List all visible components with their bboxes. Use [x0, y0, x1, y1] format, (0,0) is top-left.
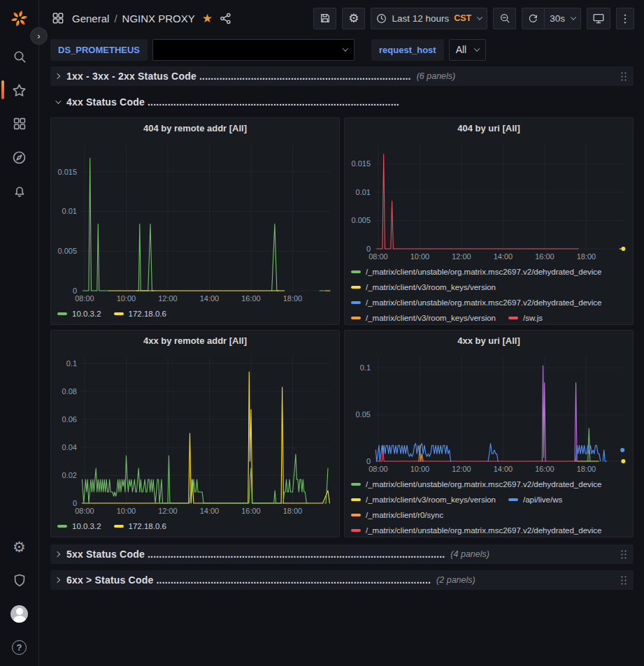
legend-label: /_matrix/client/unstable/org.matrix.msc2… — [366, 526, 602, 535]
legend-swatch — [351, 483, 361, 486]
panel-title[interactable]: 4xx by uri [All] — [345, 331, 633, 350]
svg-text:18:00: 18:00 — [283, 507, 303, 515]
sidebar-item-help[interactable]: ? — [0, 630, 39, 664]
legend-item[interactable]: /_matrix/client/v3/room_keys/version — [351, 495, 496, 504]
row-panel-count: (6 panels) — [417, 71, 456, 81]
legend-label: 10.0.3.2 — [72, 310, 101, 318]
favorite-star-icon[interactable]: ★ — [202, 11, 213, 26]
legend-swatch — [351, 514, 361, 516]
panel-title[interactable]: 4xx by remote addr [All] — [51, 331, 339, 350]
time-range-label: Last 12 hours — [392, 13, 449, 24]
refresh-button[interactable] — [522, 8, 545, 29]
legend-swatch — [114, 525, 124, 528]
sidebar-item-profile[interactable] — [0, 597, 39, 630]
gear-icon: ⚙ — [13, 540, 26, 554]
time-series-chart[interactable]: 00.020.040.060.080.108:0010:0012:0014:00… — [56, 350, 334, 518]
sidebar-item-search[interactable] — [0, 40, 39, 73]
variable-label-request-host[interactable]: request_host — [371, 39, 444, 61]
legend-swatch — [351, 498, 361, 501]
svg-text:0.1: 0.1 — [66, 359, 77, 368]
time-series-chart[interactable]: 00.0050.010.01508:0010:0012:0014:0016:00… — [56, 138, 334, 305]
legend-item[interactable]: /_matrix/client/v3/room_keys/version — [351, 314, 496, 322]
legend-swatch — [351, 270, 361, 273]
legend-label: /_matrix/client/unstable/org.matrix.msc2… — [366, 480, 602, 488]
avatar — [10, 605, 28, 623]
breadcrumb-section[interactable]: General — [72, 13, 109, 24]
legend-item[interactable]: /api/live/ws — [508, 495, 562, 504]
row-drag-handle-icon[interactable] — [620, 575, 627, 586]
chevron-right-icon — [55, 551, 60, 557]
sidebar-item-starred[interactable] — [0, 73, 39, 107]
breadcrumb-separator: / — [114, 13, 117, 24]
legend-item[interactable]: /_matrix/client/v3/room_keys/version — [351, 283, 496, 291]
sidebar-item-alerting[interactable] — [0, 174, 39, 208]
legend-swatch — [508, 317, 518, 319]
legend-item[interactable]: 10.0.3.2 — [57, 522, 101, 530]
legend-item[interactable]: /_matrix/client/unstable/org.matrix.msc2… — [351, 526, 602, 535]
variable-select-ds-prometheus[interactable] — [152, 39, 355, 61]
more-options-button[interactable]: ⋮ — [616, 8, 634, 29]
zoom-out-button[interactable] — [493, 8, 516, 29]
save-dashboard-button[interactable] — [313, 8, 336, 29]
svg-text:0.1: 0.1 — [360, 363, 371, 372]
refresh-button-group: 30s — [522, 8, 581, 29]
legend-label: /api/live/ws — [523, 495, 562, 504]
star-icon — [12, 83, 27, 98]
share-button[interactable] — [220, 13, 231, 24]
row-title: 4xx Status Code ........................… — [66, 96, 399, 108]
svg-text:12:00: 12:00 — [452, 465, 471, 473]
row-header-1xx-3xx-2xx[interactable]: 1xx - 3xx - 2xx Status Code ............… — [50, 66, 634, 86]
variable-select-request-host[interactable]: All — [449, 39, 486, 61]
legend-item[interactable]: 172.18.0.6 — [114, 310, 166, 318]
legend-label: /_matrix/client/v3/room_keys/version — [366, 283, 496, 291]
breadcrumb-title[interactable]: NGINX PROXY — [122, 13, 195, 24]
refresh-interval-dropdown[interactable]: 30s — [545, 8, 581, 29]
row-header-6xx[interactable]: 6xx > Status Code ......................… — [50, 570, 634, 590]
refresh-icon — [528, 13, 538, 24]
legend-swatch — [351, 301, 361, 304]
sidebar-item-configuration[interactable]: ⚙ — [0, 530, 39, 563]
row-drag-handle-icon[interactable] — [620, 549, 627, 560]
row-drag-handle-icon[interactable] — [620, 71, 627, 82]
svg-text:16:00: 16:00 — [241, 294, 261, 303]
row-header-5xx[interactable]: 5xx Status Code ........................… — [50, 544, 634, 564]
legend-item[interactable]: 172.18.0.6 — [114, 522, 166, 530]
legend-swatch — [114, 312, 124, 315]
sidebar-expand-button[interactable]: › — [30, 27, 48, 45]
svg-text:16:00: 16:00 — [535, 465, 554, 473]
row-header-4xx[interactable]: 4xx Status Code ........................… — [50, 92, 634, 112]
svg-text:08:00: 08:00 — [368, 252, 388, 261]
chevron-right-icon — [55, 73, 60, 79]
svg-text:18:00: 18:00 — [577, 465, 596, 473]
legend-swatch — [351, 529, 361, 532]
legend-item[interactable]: /sw.js — [508, 314, 543, 322]
svg-text:18:00: 18:00 — [283, 294, 303, 303]
legend-item[interactable]: 10.0.3.2 — [57, 310, 101, 318]
legend-item[interactable]: /_matrix/client/r0/sync — [351, 511, 443, 519]
legend-item[interactable]: /_matrix/client/unstable/org.matrix.msc2… — [351, 480, 602, 488]
apps-grid-icon[interactable] — [52, 12, 64, 24]
legend-label: /_matrix/client/unstable/org.matrix.msc2… — [366, 298, 602, 307]
cycle-view-mode-button[interactable] — [587, 8, 610, 29]
panel-title[interactable]: 404 by uri [All] — [345, 118, 633, 138]
legend-label: 172.18.0.6 — [129, 310, 166, 318]
grafana-logo[interactable] — [8, 6, 31, 30]
save-icon — [320, 13, 331, 24]
panel-title[interactable]: 404 by remote addr [All] — [51, 118, 339, 138]
time-series-chart[interactable]: 00.0050.010.01508:0010:0012:0014:0016:00… — [350, 138, 628, 263]
zoom-out-icon — [499, 13, 510, 24]
dashboard-settings-button[interactable]: ⚙ — [342, 8, 365, 29]
chart-legend: /_matrix/client/unstable/org.matrix.msc2… — [345, 263, 633, 324]
time-series-chart[interactable]: 00.050.108:0010:0012:0014:0016:0018:00 — [350, 350, 628, 476]
time-range-picker[interactable]: Last 12 hours CST — [371, 8, 487, 29]
legend-item[interactable]: /_matrix/client/unstable/org.matrix.msc2… — [351, 268, 602, 276]
legend-item[interactable]: /_matrix/client/unstable/org.matrix.msc2… — [351, 298, 602, 307]
timezone-label: CST — [454, 13, 471, 23]
sidebar-item-server-admin[interactable] — [0, 563, 39, 597]
sidebar-item-explore[interactable] — [0, 140, 39, 174]
variable-label-ds-prometheus[interactable]: DS_PROMETHEUS — [50, 39, 148, 61]
svg-text:0.06: 0.06 — [62, 415, 77, 424]
sidebar-item-dashboards[interactable] — [0, 107, 39, 140]
clock-icon — [376, 13, 387, 24]
dashboard-variables-bar: DS_PROMETHEUS request_host All — [39, 36, 644, 63]
